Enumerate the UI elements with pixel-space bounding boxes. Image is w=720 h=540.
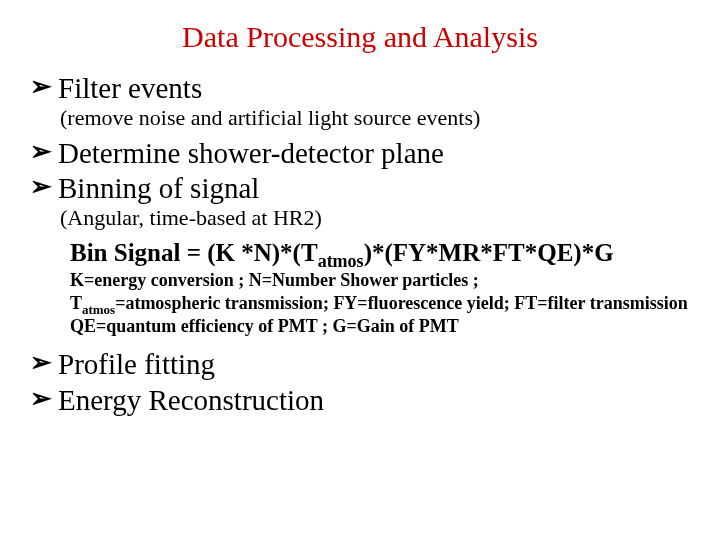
def-line: Tatmos=atmospheric transmission; FY=fluo… [70,292,690,315]
bullet-text: Binning of signal [58,172,259,205]
bullet-item: ➢ Determine shower-detector plane [30,137,690,170]
bullet-text: Profile fitting [58,348,215,381]
slide: Data Processing and Analysis ➢ Filter ev… [0,0,720,540]
def-line: K=energy conversion ; N=Number Shower pa… [70,269,690,292]
bullet-subtext: (Angular, time-based at HR2) [60,205,690,230]
formula-sub: atmos [318,251,364,271]
formula-block: Bin Signal = (K *N)*(Tatmos)*(FY*MR*FT*Q… [70,239,690,339]
def-post: =atmospheric transmission; FY=fluorescen… [115,293,688,313]
chevron-icon: ➢ [30,72,52,102]
bullet-subtext: (remove noise and artificial light sourc… [60,105,690,130]
chevron-icon: ➢ [30,172,52,202]
formula-post: )*(FY*MR*FT*QE)*G [364,239,614,266]
chevron-icon: ➢ [30,348,52,378]
definitions: K=energy conversion ; N=Number Shower pa… [70,269,690,338]
bullet-item: ➢ Profile fitting [30,348,690,381]
formula-pre: Bin Signal = (K *N)*(T [70,239,318,266]
def-line: QE=quantum efficiency of PMT ; G=Gain of… [70,315,690,338]
bullet-text: Determine shower-detector plane [58,137,444,170]
slide-title: Data Processing and Analysis [30,20,690,54]
chevron-icon: ➢ [30,137,52,167]
formula-line: Bin Signal = (K *N)*(Tatmos)*(FY*MR*FT*Q… [70,239,690,268]
bullet-item: ➢ Energy Reconstruction [30,384,690,417]
chevron-icon: ➢ [30,384,52,414]
bullet-text: Filter events [58,72,202,105]
bullet-item: ➢ Binning of signal [30,172,690,205]
def-pre: T [70,293,82,313]
bullet-text: Energy Reconstruction [58,384,324,417]
bullet-item: ➢ Filter events [30,72,690,105]
bullet-list: ➢ Filter events (remove noise and artifi… [30,72,690,417]
